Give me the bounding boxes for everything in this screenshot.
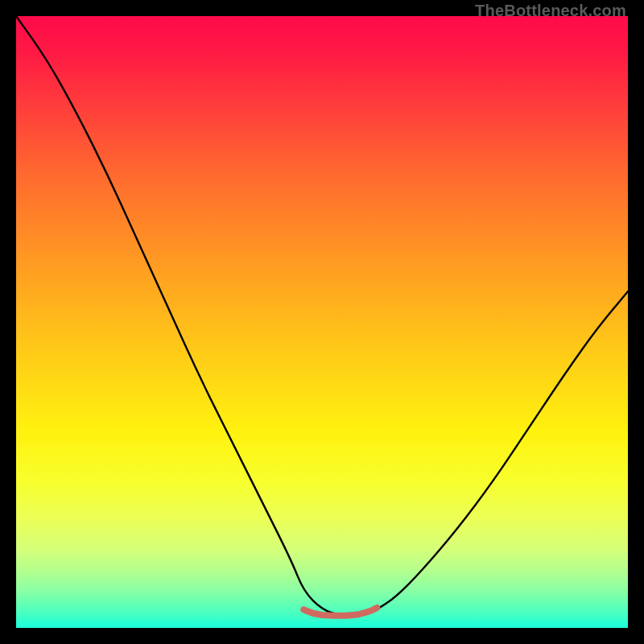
plot-area <box>16 16 628 628</box>
chart-frame: TheBottleneck.com <box>0 0 644 644</box>
bottleneck-curve <box>16 16 628 616</box>
watermark-text: TheBottleneck.com <box>475 2 626 20</box>
floor-marker <box>303 608 377 616</box>
curve-layer <box>16 16 628 628</box>
